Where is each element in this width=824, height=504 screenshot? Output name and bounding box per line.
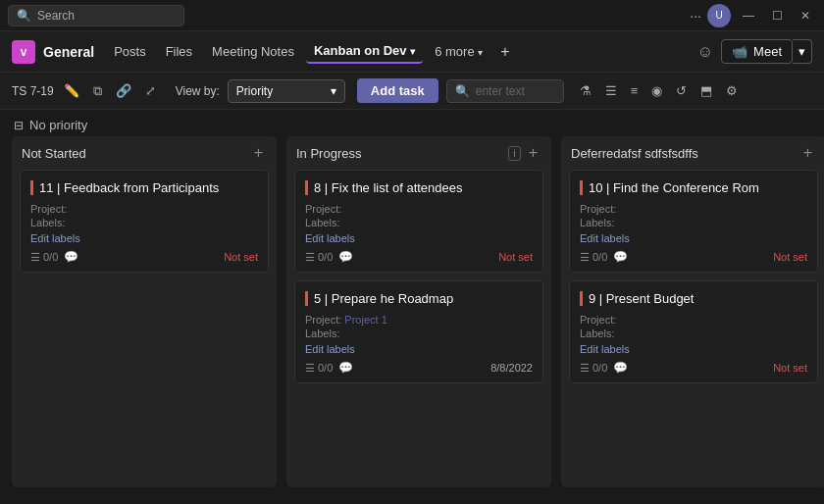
column-header-left: In Progress bbox=[296, 146, 361, 161]
card-task-count: ☰ 0/0 bbox=[580, 362, 607, 375]
column-not-started: Not Started+ 11 | Feedback from Particip… bbox=[12, 136, 277, 487]
card-comment-icon: 💬 bbox=[64, 250, 78, 264]
card-footer: ☰ 0/0 💬 Not set bbox=[580, 250, 807, 264]
export-icon[interactable]: ⬒ bbox=[696, 81, 716, 100]
add-task-button[interactable]: Add task bbox=[357, 78, 438, 103]
close-button[interactable]: ✕ bbox=[795, 7, 816, 25]
sort-icon[interactable]: ≡ bbox=[627, 81, 643, 100]
global-search[interactable]: 🔍 Search bbox=[8, 5, 184, 26]
view-by-label: View by: bbox=[176, 84, 220, 98]
task-card[interactable]: 5 | Prepare he Roadmap Project: Project … bbox=[294, 280, 543, 383]
cards-list: 10 | Find the Conference Rom Project: La… bbox=[561, 170, 824, 487]
nav-right: ☺ 📹 Meet ▾ bbox=[697, 39, 812, 64]
nav-kanban-on-dev[interactable]: Kanban on Dev ▾ bbox=[306, 39, 423, 64]
nav-files[interactable]: Files bbox=[158, 40, 200, 63]
edit-icon[interactable]: ✏️ bbox=[60, 81, 83, 100]
task-card[interactable]: 8 | Fix the list of attendees Project: L… bbox=[294, 170, 543, 273]
minimize-button[interactable]: — bbox=[737, 7, 760, 25]
meet-button[interactable]: 📹 Meet bbox=[721, 39, 793, 64]
card-footer-left: ☰ 0/0 💬 bbox=[305, 250, 353, 264]
title-bar-right: ··· U — ☐ ✕ bbox=[690, 4, 816, 27]
card-comment-icon: 💬 bbox=[338, 361, 353, 375]
channel-name: General bbox=[43, 44, 94, 60]
board: ⊟ No priority Not Started+ 11 | Feedback… bbox=[0, 110, 824, 504]
card-title: 8 | Fix the list of attendees bbox=[305, 180, 533, 195]
column-in-progress: In Progressi+ 8 | Fix the list of attend… bbox=[286, 136, 551, 487]
column-add-button[interactable]: + bbox=[525, 144, 541, 162]
task-icon: ☰ bbox=[580, 251, 590, 264]
more-options-icon[interactable]: ··· bbox=[690, 8, 701, 24]
column-header: Not Started+ bbox=[12, 136, 277, 170]
card-comment-icon: 💬 bbox=[338, 250, 353, 264]
expand-icon[interactable]: ⤢ bbox=[141, 81, 160, 100]
toolbar: TS 7-19 ✏️ ⧉ 🔗 ⤢ View by: Priority ▾ Add… bbox=[0, 73, 824, 110]
card-project: Project: bbox=[580, 314, 807, 326]
card-date: Not set bbox=[773, 251, 807, 263]
link-icon[interactable]: 🔗 bbox=[112, 81, 135, 100]
card-labels: Labels: bbox=[305, 217, 533, 228]
card-task-count: ☰ 0/0 bbox=[305, 251, 333, 264]
title-bar: 🔍 Search ··· U — ☐ ✕ bbox=[0, 0, 824, 31]
card-task-count: ☰ 0/0 bbox=[30, 251, 58, 264]
task-card[interactable]: 11 | Feedback from Participants Project:… bbox=[20, 170, 269, 273]
column-header: Deferredafsf sdfsfsdffs+ bbox=[561, 136, 824, 170]
nav-more[interactable]: 6 more ▾ bbox=[427, 40, 490, 63]
nav-posts[interactable]: Posts bbox=[106, 40, 154, 63]
card-labels: Labels: bbox=[580, 217, 807, 228]
card-edit-labels[interactable]: Edit labels bbox=[30, 232, 258, 244]
group-icon[interactable]: ☰ bbox=[601, 81, 621, 100]
history-icon[interactable]: ↺ bbox=[672, 81, 691, 100]
meet-dropdown-button[interactable]: ▾ bbox=[793, 39, 812, 64]
chart-icon[interactable]: ◉ bbox=[647, 81, 666, 100]
card-footer: ☰ 0/0 💬 Not set bbox=[580, 361, 807, 375]
nav-meeting-notes[interactable]: Meeting Notes bbox=[204, 40, 302, 63]
card-project: Project: Project 1 bbox=[305, 314, 533, 326]
task-icon: ☰ bbox=[580, 362, 590, 375]
task-card[interactable]: 9 | Present Budget Project: Labels: Edit… bbox=[569, 280, 818, 383]
column-info-button[interactable]: i bbox=[508, 146, 520, 161]
priority-toggle-icon[interactable]: ⊟ bbox=[14, 119, 24, 132]
card-project: Project: bbox=[305, 203, 533, 215]
settings-icon[interactable]: ⚙ bbox=[722, 81, 742, 100]
column-add-button[interactable]: + bbox=[799, 144, 816, 162]
task-search-input[interactable]: 🔍 enter text bbox=[446, 79, 564, 103]
card-footer-left: ☰ 0/0 💬 bbox=[305, 361, 353, 375]
card-footer: ☰ 0/0 💬 Not set bbox=[305, 250, 533, 264]
nav-add-tab[interactable]: + bbox=[494, 41, 515, 63]
card-date: Not set bbox=[224, 251, 258, 263]
column-title: In Progress bbox=[296, 146, 361, 161]
video-icon: 📹 bbox=[732, 44, 747, 59]
maximize-button[interactable]: ☐ bbox=[766, 7, 789, 25]
card-labels: Labels: bbox=[580, 328, 807, 339]
card-title: 9 | Present Budget bbox=[580, 291, 807, 306]
card-title: 5 | Prepare he Roadmap bbox=[305, 291, 533, 306]
task-shortcut: TS 7-19 ✏️ ⧉ 🔗 ⤢ bbox=[12, 81, 160, 101]
task-card[interactable]: 10 | Find the Conference Rom Project: La… bbox=[569, 170, 818, 273]
column-header-left: Not Started bbox=[22, 146, 86, 161]
card-date: 8/8/2022 bbox=[490, 362, 533, 374]
card-edit-labels[interactable]: Edit labels bbox=[305, 232, 533, 244]
card-labels: Labels: bbox=[305, 328, 533, 339]
card-edit-labels[interactable]: Edit labels bbox=[580, 343, 807, 355]
card-task-count: ☰ 0/0 bbox=[305, 362, 333, 375]
view-dropdown[interactable]: Priority ▾ bbox=[228, 79, 345, 103]
avatar[interactable]: U bbox=[707, 4, 731, 27]
toolbar-actions: ⚗ ☰ ≡ ◉ ↺ ⬒ ⚙ bbox=[576, 81, 743, 100]
card-project: Project: bbox=[30, 203, 258, 215]
card-edit-labels[interactable]: Edit labels bbox=[580, 232, 807, 244]
column-add-button[interactable]: + bbox=[250, 144, 267, 162]
smiley-icon: ☺ bbox=[697, 43, 713, 61]
search-placeholder: enter text bbox=[476, 84, 525, 98]
card-edit-labels[interactable]: Edit labels bbox=[305, 343, 533, 355]
team-icon: v bbox=[12, 40, 35, 64]
copy-icon[interactable]: ⧉ bbox=[89, 81, 106, 101]
task-icon: ☰ bbox=[30, 251, 40, 264]
card-date: Not set bbox=[498, 251, 533, 263]
filter-icon[interactable]: ⚗ bbox=[576, 81, 595, 100]
card-footer-left: ☰ 0/0 💬 bbox=[580, 361, 628, 375]
view-value: Priority bbox=[236, 84, 273, 98]
column-title: Not Started bbox=[22, 146, 86, 161]
meet-button-group: 📹 Meet ▾ bbox=[721, 39, 812, 64]
channel-nav: v General Posts Files Meeting Notes Kanb… bbox=[0, 31, 824, 73]
column-header-left: Deferredafsf sdfsfsdffs bbox=[571, 146, 698, 161]
